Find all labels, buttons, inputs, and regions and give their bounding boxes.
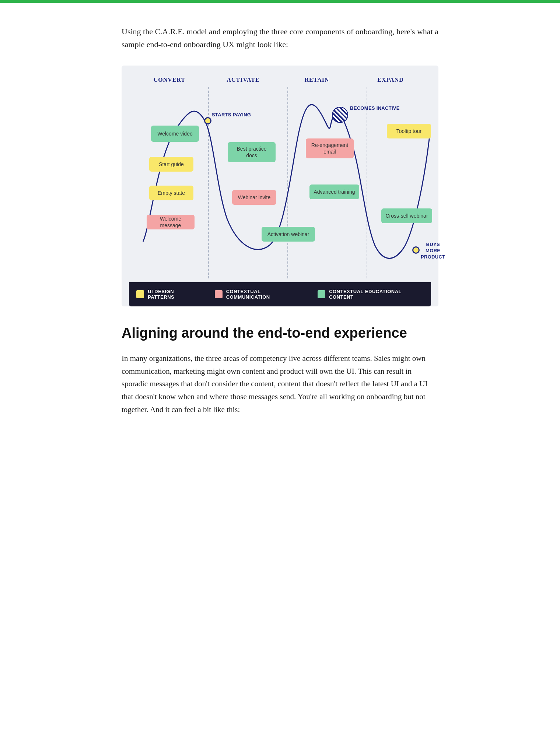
legend-swatch-pink bbox=[215, 290, 223, 298]
col-header-convert: CONVERT bbox=[133, 77, 206, 83]
diagram-column-headers: CONVERT ACTIVATE RETAIN EXPAND bbox=[129, 77, 431, 83]
legend-swatch-green bbox=[318, 290, 325, 298]
legend-bar: UI DESIGN PATTERNS CONTEXTUAL COMMUNICAT… bbox=[129, 282, 431, 306]
box-advanced-training: Advanced training bbox=[309, 184, 359, 199]
box-welcome-message: Welcome message bbox=[147, 215, 195, 229]
legend-contextual-comm: CONTEXTUAL COMMUNICATION bbox=[215, 289, 303, 300]
col-header-expand: EXPAND bbox=[354, 77, 427, 83]
intro-paragraph: Using the C.A.R.E. model and employing t… bbox=[122, 25, 438, 51]
label-starts-paying: STARTS PAYING bbox=[212, 112, 251, 118]
box-tooltip-tour: Tooltip tour bbox=[387, 124, 431, 138]
box-webinar-invite: Webinar invite bbox=[232, 190, 276, 205]
legend-contextual-edu: CONTEXTUAL EDUCATIONAL CONTENT bbox=[318, 289, 424, 300]
box-best-practice: Best practice docs bbox=[228, 142, 276, 162]
wave-svg bbox=[129, 87, 431, 278]
box-empty-state: Empty state bbox=[149, 186, 193, 200]
box-welcome-video: Welcome video bbox=[151, 126, 199, 142]
legend-swatch-yellow bbox=[136, 290, 144, 298]
label-buys-more: BUYS MORE PRODUCT bbox=[421, 242, 445, 260]
legend-ui-design: UI DESIGN PATTERNS bbox=[136, 289, 200, 300]
box-crosssell-webinar: Cross-sell webinar bbox=[381, 208, 432, 223]
section-body: In many organizations, the three areas o… bbox=[122, 352, 438, 416]
label-becomes-inactive: BECOMES INACTIVE bbox=[350, 105, 400, 112]
section-heading: Aligning around the end-to-end experienc… bbox=[122, 325, 438, 342]
col-header-activate: ACTIVATE bbox=[206, 77, 280, 83]
top-bar bbox=[0, 0, 560, 3]
legend-contextual-edu-label: CONTEXTUAL EDUCATIONAL CONTENT bbox=[329, 289, 424, 300]
box-activation-webinar: Activation webinar bbox=[262, 227, 315, 242]
col-header-retain: RETAIN bbox=[280, 77, 354, 83]
legend-contextual-comm-label: CONTEXTUAL COMMUNICATION bbox=[226, 289, 303, 300]
diagram-wrapper: CONVERT ACTIVATE RETAIN EXPAND STARTS PA… bbox=[122, 66, 438, 306]
box-start-guide: Start guide bbox=[149, 157, 193, 172]
box-reengagement: Re-engagement email bbox=[306, 138, 354, 158]
page-content: Using the C.A.R.E. model and employing t… bbox=[114, 3, 446, 438]
legend-ui-design-label: UI DESIGN PATTERNS bbox=[148, 289, 200, 300]
diagram-area: STARTS PAYING BECOMES INACTIVE BUYS MORE… bbox=[129, 87, 431, 278]
